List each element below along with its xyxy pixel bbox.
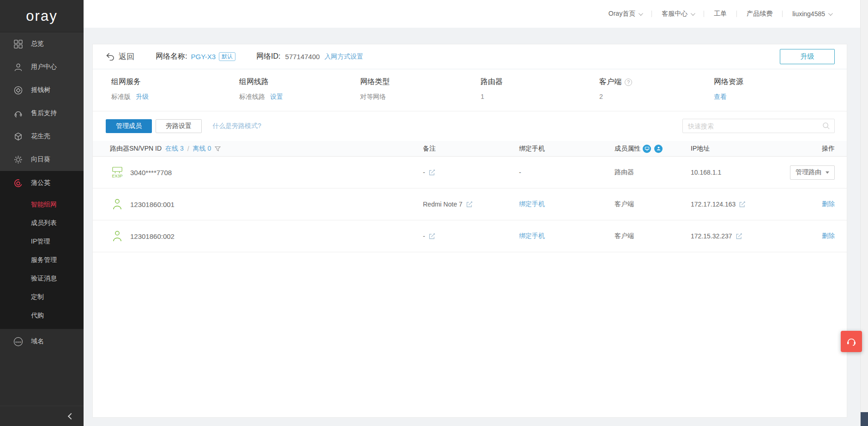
header-sn: 路由器SN/VPN ID xyxy=(110,145,162,153)
access-settings-link[interactable]: 入网方式设置 xyxy=(325,53,363,61)
chevron-down-icon xyxy=(639,11,643,16)
nav-customer-service[interactable]: 客服中心 xyxy=(652,10,704,18)
nav-label: 产品续费 xyxy=(747,10,772,18)
sidebar-subitem-smart-networking[interactable]: 智能组网 xyxy=(0,195,84,213)
network-id-value: 577147400 xyxy=(285,53,320,61)
sidebar-subitem-service-management[interactable]: 服务管理 xyxy=(0,250,84,269)
network-detail-card: 返回 网络名称: PGY-X3 默认 网络ID: 577147400 入网方式设… xyxy=(92,44,847,418)
grid-icon xyxy=(13,39,23,49)
sidebar-item-domain[interactable]: www 域名 xyxy=(0,329,84,354)
sidebar-section-domain: www 域名 xyxy=(0,329,84,354)
headset-icon xyxy=(13,109,23,118)
sidebar-item-money-tree[interactable]: 摇钱树 xyxy=(0,79,84,102)
oray-logo[interactable]: oray xyxy=(0,0,84,32)
sidebar-item-overview[interactable]: 总览 xyxy=(0,32,84,55)
nav-oray-home[interactable]: Oray首页 xyxy=(599,10,651,18)
edit-remark-icon[interactable] xyxy=(466,201,473,208)
ip-value: 172.17.124.163 xyxy=(691,201,735,208)
header-member-type: 成员属性 xyxy=(615,145,640,153)
box-icon xyxy=(13,132,23,141)
network-id-label: 网络ID: xyxy=(256,52,280,61)
member-type-value: 客户端 xyxy=(615,200,634,208)
app-window: oray 总览 用户中心 摇钱树 xyxy=(0,0,868,426)
resources-view-link[interactable]: 查看 xyxy=(714,93,727,101)
header-phone: 绑定手机 xyxy=(519,145,545,152)
network-info-row: 组网服务 标准版 升级 组网线路 标准线路 设置 网络类型 对等网络 路由器 1 xyxy=(93,69,847,111)
sidebar-subitem-purchasing[interactable]: 代购 xyxy=(0,306,84,324)
search-input[interactable] xyxy=(688,122,822,130)
sidebar-subitem-member-list[interactable]: 成员列表 xyxy=(0,213,84,232)
table-row-router: EX3P 3040****7708 - - 路由器 10.168.1.1 管理路… xyxy=(93,157,847,189)
collapse-chevron-icon[interactable] xyxy=(68,413,74,419)
www-icon: www xyxy=(13,337,23,347)
bind-phone-link[interactable]: 绑定手机 xyxy=(519,232,545,239)
ip-value: 10.168.1.1 xyxy=(691,169,721,176)
service-plan-value: 标准版 xyxy=(111,93,131,101)
sidebar-item-label: 摇钱树 xyxy=(31,86,50,94)
info-networking-line: 组网线路 标准线路 设置 xyxy=(239,77,360,101)
sidebar-item-support[interactable]: 售后支持 xyxy=(0,102,84,125)
online-support-button[interactable] xyxy=(841,331,862,352)
search-icon[interactable] xyxy=(822,122,830,130)
sidebar-collapse-bar xyxy=(0,406,84,426)
service-upgrade-link[interactable]: 升级 xyxy=(136,93,149,101)
filter-icon[interactable] xyxy=(215,146,221,152)
header-action: 操作 xyxy=(822,145,835,153)
chevron-down-icon xyxy=(828,11,833,16)
back-button[interactable]: 返回 xyxy=(106,51,134,62)
default-badge: 默认 xyxy=(219,52,235,61)
sidebar-item-label: 花生壳 xyxy=(31,132,50,140)
nav-work-order[interactable]: 工单 xyxy=(704,10,736,18)
client-count-value: 2 xyxy=(599,93,603,100)
nav-product-renewal[interactable]: 产品续费 xyxy=(737,10,782,18)
user-icon xyxy=(13,62,23,72)
sidebar-item-user-center[interactable]: 用户中心 xyxy=(0,55,84,79)
edit-ip-icon[interactable] xyxy=(735,233,742,240)
info-router-count: 路由器 1 xyxy=(481,77,599,101)
sidebar-item-label: 用户中心 xyxy=(31,63,57,71)
delete-link[interactable]: 删除 xyxy=(822,232,835,240)
scrollbar-track xyxy=(860,0,868,426)
table-row-client: 12301860:001 Redmi Note 7 绑定手机 客户端 172.1… xyxy=(93,189,847,220)
tab-bypass-settings[interactable]: 旁路设置 xyxy=(156,119,202,133)
online-count-filter[interactable]: 在线 3 xyxy=(165,145,184,153)
offline-count-filter[interactable]: 离线 0 xyxy=(193,145,211,153)
header-ip: IP地址 xyxy=(691,145,710,153)
search-box xyxy=(682,119,835,133)
scrollbar-thumb[interactable] xyxy=(861,412,868,426)
edit-remark-icon[interactable] xyxy=(428,233,435,240)
phone-value: - xyxy=(519,169,521,176)
back-arrow-icon xyxy=(106,53,115,61)
sidebar-subitem-ip-management[interactable]: IP管理 xyxy=(0,232,84,250)
table-header: 路由器SN/VPN ID 在线 3 / 离线 0 备注 绑定手机 成员属性 IP… xyxy=(93,141,847,157)
info-client-count: 客户端 ? 2 xyxy=(599,77,714,101)
router-type-badge-icon xyxy=(643,145,651,153)
sidebar-item-peanut-shell[interactable]: 花生壳 xyxy=(0,125,84,148)
router-sn: 3040****7708 xyxy=(130,169,172,176)
edit-ip-icon[interactable] xyxy=(739,201,746,208)
upgrade-button[interactable]: 升级 xyxy=(780,49,835,64)
nav-account[interactable]: liuxing4585 xyxy=(783,10,841,18)
sidebar-subitem-customization[interactable]: 定制 xyxy=(0,287,84,306)
toolbar: 管理成员 旁路设置 什么是旁路模式? xyxy=(93,111,847,141)
sidebar-section-dandelion: 蒲公英 智能组网 成员列表 IP管理 服务管理 验证消息 定制 代购 xyxy=(0,171,84,329)
manage-router-button[interactable]: 管理路由 xyxy=(790,165,835,180)
nav-username: liuxing4585 xyxy=(792,10,825,18)
sidebar-item-label: 域名 xyxy=(31,337,44,346)
edit-remark-icon[interactable] xyxy=(428,169,435,176)
sidebar-item-sunflower[interactable]: 向日葵 xyxy=(0,148,84,171)
router-device-icon: EX3P xyxy=(110,167,125,178)
tab-manage-members[interactable]: 管理成员 xyxy=(106,119,152,133)
delete-link[interactable]: 删除 xyxy=(822,200,835,208)
bypass-help-link[interactable]: 什么是旁路模式? xyxy=(212,122,261,130)
client-type-badge-icon xyxy=(654,145,663,153)
client-user-icon xyxy=(110,199,125,210)
oray-logo-text: oray xyxy=(26,8,57,24)
line-settings-link[interactable]: 设置 xyxy=(270,93,283,101)
sidebar-subitem-verification-messages[interactable]: 验证消息 xyxy=(0,269,84,287)
sidebar-item-label: 向日葵 xyxy=(31,155,50,164)
info-network-type: 网络类型 对等网络 xyxy=(360,77,481,101)
bind-phone-link[interactable]: 绑定手机 xyxy=(519,200,545,207)
sidebar-item-dandelion[interactable]: 蒲公英 xyxy=(0,171,84,195)
help-icon[interactable]: ? xyxy=(625,79,632,86)
